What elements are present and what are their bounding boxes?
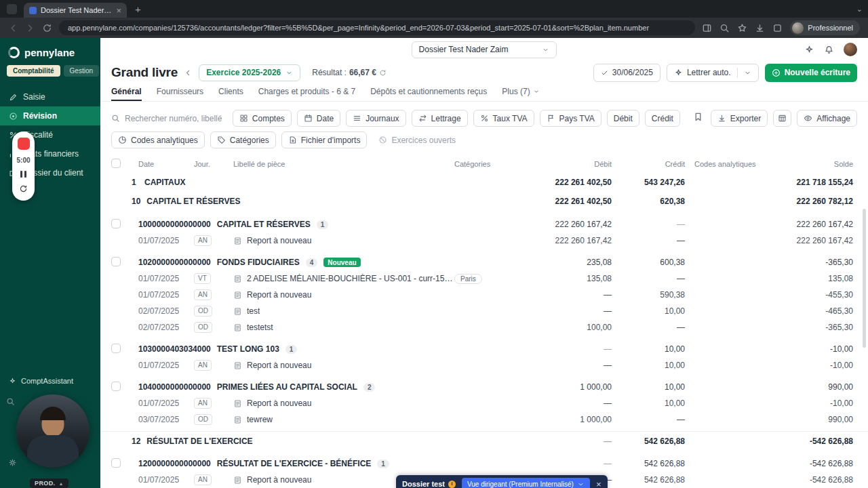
- col-jour[interactable]: Jour.: [194, 160, 233, 168]
- chevron-down-icon[interactable]: [744, 69, 751, 77]
- tab-fournisseurs[interactable]: Fournisseurs: [157, 87, 203, 101]
- entry-label[interactable]: test: [247, 306, 260, 316]
- info-icon[interactable]: i: [448, 481, 456, 488]
- table-row-entry[interactable]: 01/07/2025ANReport à nouveau—10,00-10,00: [100, 357, 868, 373]
- table-row-group[interactable]: 1CAPITAUX222 261 402,50543 247,26221 718…: [100, 173, 868, 192]
- filter-debit[interactable]: Débit: [607, 110, 639, 127]
- entry-label[interactable]: Report à nouveau: [247, 361, 311, 370]
- company-selector[interactable]: Dossier Test Nader Zaim: [412, 41, 557, 58]
- entry-label[interactable]: Report à nouveau: [247, 290, 311, 300]
- filter-fichier-imports[interactable]: Fichier d'imports: [281, 131, 368, 148]
- bookmark-star-icon[interactable]: [737, 23, 747, 33]
- chevron-down-icon[interactable]: ⌄: [856, 5, 863, 14]
- chevron-left-icon[interactable]: [184, 68, 193, 77]
- tab-gestion[interactable]: Gestion: [64, 65, 99, 77]
- row-checkbox[interactable]: [111, 344, 121, 353]
- entry-label[interactable]: Report à nouveau: [247, 399, 311, 408]
- tab-general[interactable]: Général: [111, 87, 142, 101]
- table-row-account[interactable]: 1020000000000000FONDS FIDUCIAIRES4Nouvea…: [100, 254, 868, 270]
- col-categories[interactable]: Catégories: [454, 160, 530, 168]
- whats-new-sparkle-icon[interactable]: [804, 45, 814, 55]
- gear-icon[interactable]: [8, 458, 17, 467]
- reload-icon[interactable]: [42, 23, 52, 33]
- col-date[interactable]: Date: [132, 160, 194, 168]
- filter-date[interactable]: Date: [297, 110, 340, 127]
- search-icon[interactable]: [6, 397, 15, 406]
- row-checkbox[interactable]: [111, 382, 121, 391]
- view-mode-button[interactable]: Vue dirigeant (Premium Internalisé): [462, 478, 590, 488]
- row-checkbox[interactable]: [111, 458, 121, 468]
- extensions-icon[interactable]: [772, 23, 783, 33]
- compt-assistant-button[interactable]: ComptAssistant: [9, 377, 73, 385]
- table-row-entry[interactable]: 03/07/2025ODtewrew1 000,00—990,00: [100, 411, 868, 428]
- browser-profile-chip[interactable]: Professionnel: [790, 20, 860, 35]
- bell-icon[interactable]: [824, 45, 834, 55]
- back-icon[interactable]: [8, 23, 18, 33]
- table-row-entry[interactable]: 02/07/2025ODtest—10,00-465,30: [100, 303, 868, 319]
- table-row-group[interactable]: 12RÉSULTAT DE L'EXERCICE—542 626,88-542 …: [100, 431, 868, 450]
- table-row-entry[interactable]: 01/07/2025ANReport à nouveau—10,00-10,00: [100, 395, 868, 411]
- entry-label[interactable]: tewrew: [247, 415, 273, 424]
- pause-recording-button[interactable]: [20, 171, 26, 178]
- filter-codes-analytiques[interactable]: Codes analytiques: [111, 131, 205, 148]
- search-input[interactable]: [125, 114, 226, 123]
- filter-comptes[interactable]: Comptes: [233, 110, 292, 127]
- url-field[interactable]: app.pennylane.com/companies/125736/accou…: [59, 20, 695, 35]
- new-entry-button[interactable]: Nouvelle écriture: [765, 64, 857, 82]
- display-button[interactable]: Affichage: [797, 110, 857, 127]
- table-row-account[interactable]: 1200000000000000RÉSULTAT DE L'EXERCICE -…: [100, 455, 868, 472]
- table-row-group[interactable]: 10CAPITAL ET RÉSERVES222 261 402,50620,3…: [100, 192, 868, 211]
- table-row-entry[interactable]: 02/07/2025ODtestetst100,00—-365,30: [100, 319, 868, 336]
- filter-credit[interactable]: Crédit: [645, 110, 680, 127]
- table-row-account[interactable]: 1000000000000000CAPITAL ET RÉSERVES1222 …: [100, 216, 868, 232]
- tab-charges-produits[interactable]: Charges et produits - 6 & 7: [258, 87, 355, 101]
- sidebar-item-saisie[interactable]: Saisie: [0, 87, 100, 106]
- export-button[interactable]: Exporter: [711, 110, 768, 127]
- scrollbar-thumb[interactable]: [863, 209, 866, 348]
- tab-search-icon[interactable]: [7, 4, 17, 14]
- col-solde[interactable]: Solde: [773, 160, 853, 168]
- filter-taux-tva[interactable]: Taux TVA: [473, 110, 534, 127]
- table-row-account[interactable]: 1030000403034000TEST LONG 1031—10,00-10,…: [100, 341, 868, 357]
- entry-label[interactable]: testetst: [247, 323, 273, 332]
- restart-recording-icon[interactable]: [19, 184, 28, 193]
- search-icon[interactable]: [719, 23, 730, 33]
- new-tab-button[interactable]: +: [135, 3, 141, 15]
- table-layout-button[interactable]: [773, 110, 791, 127]
- row-checkbox[interactable]: [111, 219, 121, 228]
- select-all-checkbox[interactable]: [111, 159, 121, 168]
- user-avatar[interactable]: [844, 43, 857, 56]
- col-credit[interactable]: Crédit: [612, 160, 685, 168]
- close-icon[interactable]: ×: [596, 480, 601, 488]
- entry-label[interactable]: 2 ADELISE MÉLANIE-BOUCHIÈRE - US-001 - c…: [247, 274, 454, 283]
- save-view-bookmark-icon[interactable]: [691, 112, 705, 125]
- stop-recording-button[interactable]: [18, 138, 30, 150]
- tab-clients[interactable]: Clients: [218, 87, 243, 101]
- auto-letter-button[interactable]: Lettrer auto.: [667, 64, 759, 82]
- tab-comptabilite[interactable]: Comptabilité: [7, 65, 60, 77]
- table-row-entry[interactable]: 01/07/2025VT2 ADELISE MÉLANIE-BOUCHIÈRE …: [100, 270, 868, 287]
- filter-categories[interactable]: Catégories: [210, 131, 276, 148]
- table-row-entry[interactable]: 01/07/2025ANReport à nouveau222 260 167,…: [100, 232, 868, 249]
- search-box[interactable]: [111, 114, 227, 123]
- closing-date-button[interactable]: 30/06/2025: [593, 64, 660, 82]
- tab-depots[interactable]: Dépôts et cautionnements reçus: [370, 87, 487, 101]
- side-panel-icon[interactable]: [702, 23, 712, 33]
- forward-icon[interactable]: [25, 23, 35, 33]
- browser-tab[interactable]: Dossier Test Nader - Grand l ×: [24, 3, 127, 18]
- tab-close-icon[interactable]: ×: [116, 6, 121, 15]
- col-codes-analytiques[interactable]: Codes analytiques: [685, 160, 773, 168]
- tab-plus[interactable]: Plus (7): [502, 87, 539, 101]
- table-row-entry[interactable]: 01/07/2025ANReport à nouveau—590,38-455,…: [100, 287, 868, 303]
- filter-lettrage[interactable]: Lettrage: [412, 110, 468, 127]
- environment-badge[interactable]: PROD. ▲: [30, 479, 68, 488]
- col-libelle[interactable]: Libellé de pièce: [233, 160, 454, 168]
- entry-label[interactable]: Report à nouveau: [247, 236, 311, 245]
- table-row-account[interactable]: 1040000000000000PRIMES LIÉES AU CAPITAL …: [100, 379, 868, 395]
- sidebar-item-revision[interactable]: Révision: [0, 106, 100, 125]
- entry-label[interactable]: Report à nouveau: [247, 475, 311, 485]
- filter-journaux[interactable]: Journaux: [346, 110, 406, 127]
- row-checkbox[interactable]: [111, 257, 121, 266]
- period-selector[interactable]: Exercice 2025-2026: [199, 64, 300, 81]
- col-debit[interactable]: Débit: [530, 160, 612, 168]
